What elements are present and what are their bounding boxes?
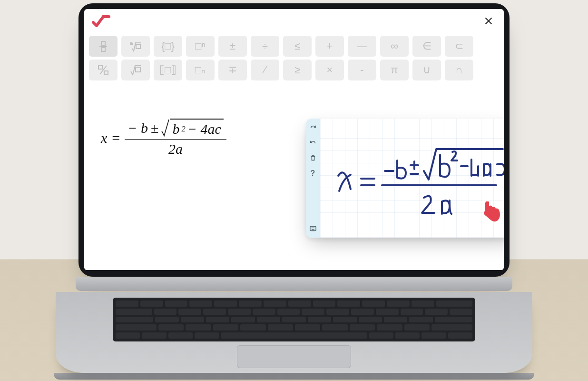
equation-lhs: x [101, 130, 107, 146]
handwriting-panel: ? [306, 119, 504, 238]
keyboard-button[interactable] [308, 224, 318, 233]
svg-text:n: n [130, 41, 132, 46]
tool-pi[interactable]: π [380, 60, 409, 80]
tool-times[interactable]: × [315, 60, 344, 80]
close-button[interactable] [481, 13, 496, 29]
laptop-base [47, 277, 541, 378]
tool-element-of[interactable]: ∈ [412, 36, 441, 57]
app-logo-icon [92, 14, 111, 28]
svg-rect-4 [136, 44, 140, 49]
svg-rect-5 [98, 65, 102, 69]
numerator: − b ± b2 − 4ac [125, 119, 226, 140]
app-header [84, 9, 504, 33]
tool-union[interactable]: ∪ [412, 60, 441, 80]
tool-plus[interactable]: + [315, 36, 344, 57]
tool-minus[interactable]: — [348, 36, 376, 57]
tool-fraction[interactable] [89, 36, 118, 57]
tool-dash[interactable]: - [348, 60, 376, 80]
plus-minus: ± [151, 120, 158, 136]
tool-subscript[interactable]: □ₙ [186, 60, 215, 80]
app-window: n{□}□ⁿ±÷≤+—∞∈⊂ ⟦□⟧□ₙ∓∕≥×-π∪∩ x = − b ± [84, 9, 504, 270]
pointer-hand-icon [480, 201, 501, 224]
delete-button[interactable] [308, 154, 318, 162]
tool-percent-fraction[interactable] [89, 60, 118, 80]
help-button[interactable]: ? [308, 169, 318, 178]
handwriting-toolbar: ? [306, 119, 320, 238]
svg-rect-7 [104, 71, 108, 75]
redo-button[interactable] [308, 123, 318, 132]
tool-sqrt[interactable] [121, 60, 150, 80]
tool-plus-minus[interactable]: ± [218, 36, 247, 57]
tool-greater-equal[interactable]: ≥ [283, 60, 312, 80]
tool-double-bracket[interactable]: ⟦□⟧ [154, 60, 182, 80]
handwriting-pad[interactable] [320, 119, 504, 238]
exp-2: 2 [181, 124, 185, 134]
math-toolbar: n{□}□ⁿ±÷≤+—∞∈⊂ ⟦□⟧□ₙ∓∕≥×-π∪∩ [84, 36, 504, 86]
radicand: b2 − 4ac [170, 119, 223, 138]
fraction: − b ± b2 − 4ac [125, 119, 226, 157]
minus-b: − b [127, 120, 148, 136]
tool-brackets[interactable]: {□} [154, 36, 182, 57]
trackpad-graphic [237, 345, 351, 368]
equals-sign: = [112, 130, 120, 146]
tool-slash[interactable]: ∕ [251, 60, 279, 80]
tool-less-equal[interactable]: ≤ [283, 36, 312, 57]
svg-rect-0 [101, 41, 105, 45]
tool-nth-root[interactable]: n [121, 36, 150, 57]
tool-intersection[interactable]: ∩ [445, 60, 473, 80]
tool-minus-plus[interactable]: ∓ [218, 60, 247, 80]
minus-4ac: − 4ac [187, 121, 221, 137]
b: b [172, 121, 179, 137]
square-root: b2 − 4ac [161, 119, 223, 138]
tool-infinity[interactable]: ∞ [380, 36, 409, 57]
tool-subset[interactable]: ⊂ [445, 36, 473, 57]
laptop-frame: n{□}□ⁿ±÷≤+—∞∈⊂ ⟦□⟧□ₙ∓∕≥×-π∪∩ x = − b ± [78, 3, 510, 277]
keyboard-graphic [113, 298, 475, 341]
svg-rect-8 [136, 67, 140, 72]
denominator: 2a [168, 140, 183, 157]
svg-rect-2 [101, 48, 105, 51]
svg-line-6 [100, 66, 107, 74]
undo-button[interactable] [308, 139, 318, 147]
tool-divide[interactable]: ÷ [251, 36, 279, 57]
rendered-equation: x = − b ± b2 − 4a [101, 119, 226, 157]
screen-bezel: n{□}□ⁿ±÷≤+—∞∈⊂ ⟦□⟧□ₙ∓∕≥×-π∪∩ x = − b ± [78, 3, 510, 277]
tool-exponent[interactable]: □ⁿ [186, 36, 215, 57]
